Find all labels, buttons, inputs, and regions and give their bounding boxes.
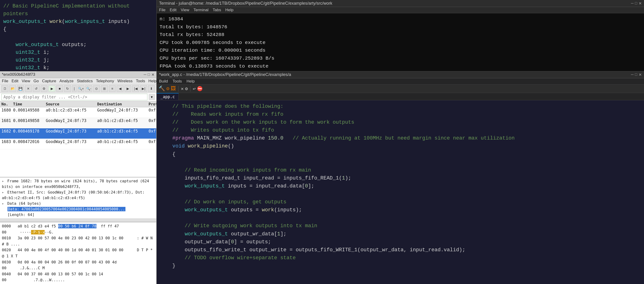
packet-row-selected[interactable]: 1682 0.008469178 GoodWayI_24:8f:73 a0:b1… xyxy=(0,128,156,139)
maximize-icon[interactable]: □ xyxy=(635,73,637,77)
menu-edit[interactable]: Edit xyxy=(12,79,18,83)
col-dest: Destination xyxy=(97,102,148,106)
menu-telephony[interactable]: Telephony xyxy=(96,79,114,83)
menu-view[interactable]: View xyxy=(181,8,190,13)
code-line: uint32_t i; xyxy=(3,49,153,56)
packet-row[interactable]: 1683 0.008472016 GoodWayI_24:8f:73 a0:b1… xyxy=(0,139,156,149)
close-btn[interactable]: ✕ xyxy=(181,86,184,92)
menu-help[interactable]: Help xyxy=(148,79,156,83)
toolbar-first-packet[interactable]: |◀ xyxy=(132,85,139,92)
menu-go[interactable]: Go xyxy=(34,79,39,83)
code-line: { xyxy=(3,26,153,33)
tabs-bar: _app.c xyxy=(157,93,644,100)
menu-tabs[interactable]: Tabs xyxy=(213,8,221,13)
filter-input[interactable] xyxy=(2,94,148,100)
menu-capture[interactable]: Capture xyxy=(42,79,56,83)
toolbar-autoscroll[interactable]: ⬇ xyxy=(148,85,155,92)
wireshark-toolbar: 🗋 📂 💾 ✕ ↺ ⚙ ▶ ■ ↻ | 🔍+ 🔍- ⊙ ⊞ ≡ ◀ ▶ |◀ ▶… xyxy=(0,84,156,93)
menu-file[interactable]: File xyxy=(2,79,8,83)
settings-btn[interactable]: ⚙ xyxy=(185,86,188,92)
toolbar-zoom-out[interactable]: 🔍- xyxy=(85,85,92,92)
window-controls[interactable]: ─ □ ✕ xyxy=(631,1,642,6)
col-no: No. xyxy=(2,102,13,106)
wireshark-win-controls[interactable]: ─ □ ✕ xyxy=(144,73,154,77)
terminal-titlebar: Terminal - julian@home: /media/1TB/Dropb… xyxy=(157,0,644,7)
minimize-icon[interactable]: ─ xyxy=(144,73,146,77)
terminal-content: n: 16384 Total tx bytes: 1048576 Total r… xyxy=(157,13,644,71)
gear-icon[interactable]: ⚙ xyxy=(166,86,169,92)
packet-row[interactable]: 1680 0.008149588 a0:b1:c2:d3:e4:f5 GoodW… xyxy=(0,107,156,118)
code-line xyxy=(160,158,641,166)
toolbar-icons: 🔨 ⚙ 🖼 xyxy=(158,86,176,92)
toolbar-coloring[interactable]: ≡ xyxy=(109,85,116,92)
toolbar-last-packet[interactable]: ▶| xyxy=(140,85,147,92)
maximize-icon[interactable]: □ xyxy=(148,73,150,77)
toolbar-zoom-reset[interactable]: ⊙ xyxy=(93,85,100,92)
terminal-line: Total tx bytes: 1048576 xyxy=(160,23,641,31)
image-icon[interactable]: 🖼 xyxy=(171,86,176,92)
code-large-win-controls[interactable]: ─ □ ✕ xyxy=(631,73,642,77)
code-line: // TODO overflow wire+separate state xyxy=(160,254,641,262)
toolbar-prev-packet[interactable]: ◀ xyxy=(116,85,124,92)
hex-row: 0000 a0 b1 c2 d3 e4 f5 00 50 b6 24 8f 78… xyxy=(2,223,154,235)
toolbar-start-capture[interactable]: ▶ xyxy=(48,85,55,92)
filter-dropdown[interactable]: ▾ xyxy=(149,94,155,100)
menu-view[interactable]: View xyxy=(22,79,30,83)
maximize-icon[interactable]: □ xyxy=(635,1,637,6)
toolbar-close[interactable]: ✕ xyxy=(25,85,32,92)
col-time: Time xyxy=(13,102,46,106)
tab-work-app-c[interactable]: _app.c xyxy=(157,93,179,100)
horizontal-scrollbar[interactable] xyxy=(0,218,156,222)
toolbar-new[interactable]: 🗋 xyxy=(2,85,8,92)
menu-help[interactable]: Help xyxy=(187,79,195,84)
code-large-menubar: Build Tools Help xyxy=(157,78,644,85)
hex-row: 0040 04 00 37 00 40 00 13 00 57 00 1c 00… xyxy=(2,271,154,283)
close-icon[interactable]: ✕ xyxy=(639,73,642,77)
toolbar-open[interactable]: 📂 xyxy=(9,85,16,92)
toolbar-zoom-fit[interactable]: ⊞ xyxy=(101,85,108,92)
toolbar-filter-bar[interactable]: | xyxy=(72,85,76,92)
code-line: // Do work on inputs, get outputs xyxy=(160,198,641,206)
toolbar-zoom-in[interactable]: 🔍+ xyxy=(78,85,84,92)
menu-wireless[interactable]: Wireless xyxy=(117,79,132,83)
hammer-icon[interactable]: 🔨 xyxy=(158,86,165,92)
wireshark-window[interactable]: *enx0050b6248f73 ─ □ ✕ File Edit View Go… xyxy=(0,71,156,284)
undo-btn[interactable]: ↩ xyxy=(193,86,196,92)
terminal-window[interactable]: Terminal - julian@home: /media/1TB/Dropb… xyxy=(156,0,644,71)
packet-list: No. Time Source Destination Protocol Len… xyxy=(0,101,156,177)
hex-row: 0020 44 00 4e 00 4f 00 40 00 1d 00 40 01… xyxy=(2,247,154,259)
toolbar-capture-opts[interactable]: ⚙ xyxy=(41,85,48,92)
top-left-code-editor: // Basic PipelineC implementation withou… xyxy=(0,0,156,71)
menu-analyze[interactable]: Analyze xyxy=(59,79,73,83)
terminal-line: CPU took 0.009785 seconds to execute xyxy=(160,39,641,47)
terminal-line: Total rx bytes: 524288 xyxy=(160,31,641,39)
toolbar-restart[interactable]: ↻ xyxy=(64,85,71,92)
menu-statistics[interactable]: Statistics xyxy=(77,79,93,83)
close-icon[interactable]: ✕ xyxy=(151,73,154,77)
minimize-icon[interactable]: ─ xyxy=(631,73,634,77)
menu-file[interactable]: File xyxy=(159,8,166,13)
code-large-content: // This pipeline does the following: // … xyxy=(157,100,644,284)
terminal-menubar: File Edit View Terminal Tabs Help xyxy=(157,7,644,13)
menu-tools[interactable]: Tools xyxy=(136,79,145,83)
code-line: { xyxy=(160,151,641,158)
detail-line: [Length: 64] xyxy=(2,212,154,218)
terminal-line: CPU iteration time: 0.000001 seconds xyxy=(160,47,641,55)
toolbar-stop-capture[interactable]: ■ xyxy=(56,85,63,92)
code-line: // Writes outputs into tx fifo xyxy=(160,126,641,134)
menu-help[interactable]: Help xyxy=(225,8,233,13)
toolbar-next-packet[interactable]: ▶ xyxy=(124,85,132,92)
packet-row[interactable]: 1681 0.008149858 GoodWayI_24:8f:73 a0:b1… xyxy=(0,118,156,128)
close-icon[interactable]: ✕ xyxy=(639,1,642,6)
code-line: // This pipeline does the following: xyxy=(160,103,641,111)
minimize-icon[interactable]: ─ xyxy=(631,1,634,6)
code-line xyxy=(160,190,641,198)
toolbar-save[interactable]: 💾 xyxy=(17,85,24,92)
menu-build[interactable]: Build xyxy=(159,79,168,84)
menu-edit[interactable]: Edit xyxy=(170,8,176,13)
code-large-toolbar: 🔨 ⚙ 🖼 ✕ ⚙ ↩ ⛔ xyxy=(157,85,644,93)
menu-terminal[interactable]: Terminal xyxy=(194,8,208,13)
stop-btn[interactable]: ⛔ xyxy=(197,86,203,92)
menu-tools[interactable]: Tools xyxy=(172,79,182,84)
toolbar-reload[interactable]: ↺ xyxy=(33,85,40,92)
